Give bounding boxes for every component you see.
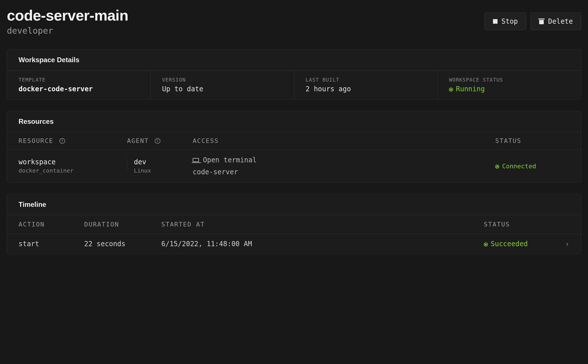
timeline-head-status: STATUS [484,221,558,228]
resource-status: Connected [495,163,569,170]
workspace-status-label: WORKSPACE STATUS [449,77,569,83]
status-dot-icon [495,165,499,169]
resources-head-status: STATUS [495,137,569,144]
version-label: VERSION [162,77,283,83]
resource-row: workspace docker_container dev Linux Ope… [7,150,581,182]
resource-type: docker_container [19,167,121,174]
help-icon[interactable]: ? [59,138,65,144]
resources-title: Resources [7,111,581,132]
resources-head-agent: AGENT [127,137,149,144]
delete-button-label: Delete [548,17,573,25]
timeline-head-started: STARTED AT [161,221,484,228]
workspace-details-title: Workspace Details [7,50,581,70]
chevron-right-icon: › [565,240,569,248]
resources-card: Resources RESOURCE ? AGENT ? ACCESS STAT… [7,111,581,183]
last-built-value: 2 hours ago [306,85,426,93]
last-built-label: LAST BUILT [306,77,426,83]
template-label: TEMPLATE [19,77,139,83]
timeline-status: Succeeded [484,240,558,248]
version-value: Up to date [162,85,283,93]
timeline-head-action: ACTION [19,221,84,228]
timeline-head-duration: DURATION [84,221,161,228]
status-dot-icon [449,88,453,92]
resource-name: workspace [19,158,121,166]
stop-button-label: Stop [502,17,518,25]
timeline-row[interactable]: start 22 seconds 6/15/2022, 11:48:00 AM … [7,234,581,254]
resources-head-resource: RESOURCE [19,137,53,144]
trash-icon [539,19,544,24]
timeline-action: start [19,240,84,248]
workspace-status-value: Running [449,85,569,93]
help-icon[interactable]: ? [155,138,160,144]
page-subtitle: developer [7,26,128,36]
laptop-icon [193,158,199,162]
stop-icon [493,19,498,24]
resources-head-access: ACCESS [193,137,495,144]
stop-button[interactable]: Stop [485,13,526,30]
page-title: code-server-main [7,7,128,24]
timeline-card: Timeline ACTION DURATION STARTED AT STAT… [7,194,581,254]
agent-name: dev [134,158,193,166]
status-dot-icon [484,242,488,246]
delete-button[interactable]: Delete [531,13,581,30]
template-value: docker-code-server [19,85,139,93]
timeline-duration: 22 seconds [84,240,161,248]
timeline-title: Timeline [7,194,581,215]
open-terminal-link[interactable]: Open terminal [193,156,495,164]
timeline-started-at: 6/15/2022, 11:48:00 AM [161,240,484,248]
code-server-link[interactable]: code-server [193,168,495,176]
workspace-details-card: Workspace Details TEMPLATE docker-code-s… [7,49,581,100]
agent-os: Linux [134,167,193,174]
